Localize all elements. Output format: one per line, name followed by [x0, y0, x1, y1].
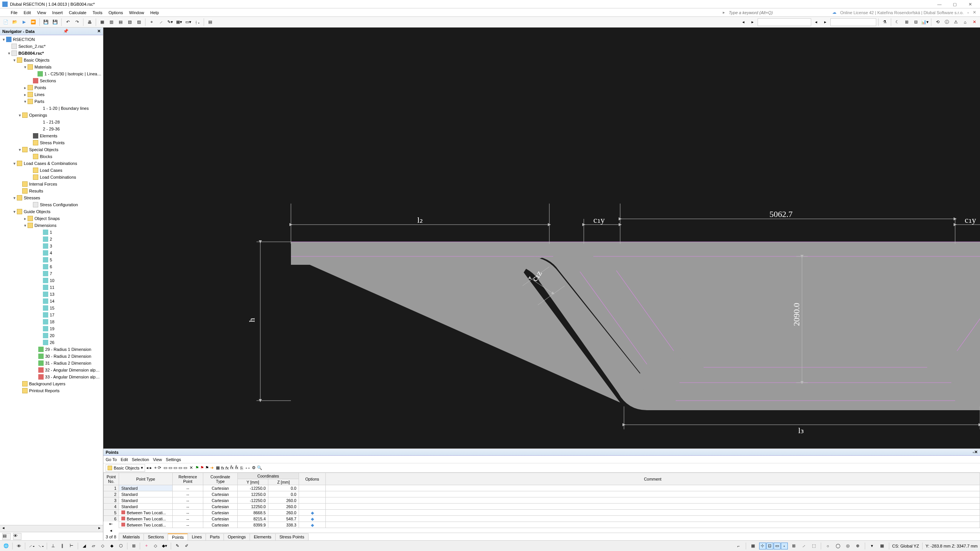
tree-dim-item[interactable]: 15 [50, 306, 54, 310]
sb-i4[interactable]: ⊕ [854, 542, 862, 550]
menu-tools[interactable]: Tools [90, 8, 106, 16]
sb-c2[interactable]: ▱ [90, 542, 97, 550]
menu-edit[interactable]: Edit [21, 8, 34, 16]
chart-icon[interactable]: 📊▾ [921, 18, 929, 26]
table-row[interactable]: 6Between Two Locati...--Cartesian8215.45… [104, 516, 980, 522]
sb-h2[interactable]: ⟋ [800, 542, 808, 550]
align1-icon[interactable]: ⊞ [902, 18, 911, 26]
col-opt[interactable]: Options [299, 473, 326, 485]
tree-snaps[interactable]: Object Snaps [34, 216, 60, 221]
panel-menu-sel[interactable]: Selection [132, 457, 149, 462]
nav-next2-icon[interactable]: ▸ [821, 18, 830, 26]
tree-root[interactable]: RSECTION [13, 37, 35, 42]
tree-bglayers[interactable]: Background Layers [29, 381, 65, 386]
grid-icon[interactable]: ▦▾ [175, 18, 183, 26]
sb-c1[interactable]: ◢ [80, 542, 88, 550]
tree-dim-item[interactable]: 14 [50, 299, 54, 303]
tree-file1[interactable]: Section_2.rsc* [18, 44, 46, 49]
panel-tab-openings[interactable]: Openings [224, 533, 250, 540]
sb-snap4[interactable]: ▫ [781, 543, 788, 549]
panel-next-icon[interactable]: ▸ [150, 465, 152, 470]
tree-dim-item[interactable]: 4 [50, 251, 52, 255]
sb-snap1[interactable]: ⊹ [759, 543, 766, 549]
tree-points[interactable]: Points [34, 85, 46, 90]
navtab-1[interactable]: ▤ [2, 533, 11, 540]
sb-e3[interactable]: ◆▾ [161, 542, 168, 550]
sb-snap3[interactable]: ▭ [774, 543, 781, 549]
tree-dim-item[interactable]: 3 [50, 244, 52, 248]
navigator-close-icon[interactable]: ✕ [97, 29, 101, 34]
col-z[interactable]: Z [mm] [268, 479, 299, 485]
menu-options[interactable]: Options [105, 8, 126, 16]
col-comment[interactable]: Comment [326, 473, 980, 485]
tree-stresspts[interactable]: Stress Points [40, 140, 65, 145]
sb-i1[interactable]: ○ [824, 542, 832, 550]
ptb-fx1-icon[interactable]: fx [221, 466, 224, 470]
navigator-pin-icon[interactable]: 📌 [63, 29, 69, 34]
nav-scroll-right[interactable]: ▸ [96, 525, 103, 532]
tree-dimensions[interactable]: Dimensions [34, 223, 56, 228]
sb-c5[interactable]: ⬡ [117, 542, 125, 550]
tree-basic[interactable]: Basic Objects [24, 58, 49, 62]
panel-tab-points[interactable]: Points [168, 533, 188, 540]
nav-input1[interactable] [758, 18, 811, 26]
tree-sections[interactable]: Sections [40, 78, 56, 83]
menu-calculate[interactable]: Calculate [66, 8, 90, 16]
tree-dim-item[interactable]: 13 [50, 292, 54, 297]
ptb-cursor-icon[interactable]: ⌖ [154, 465, 157, 470]
measure-icon[interactable]: ⟋ [157, 18, 165, 26]
sb-eye-icon[interactable]: 👁 [15, 542, 23, 550]
ptb-refresh-icon[interactable]: ⟳ [158, 465, 161, 470]
col-type[interactable]: Point Type [119, 473, 173, 485]
panel-menu-goto[interactable]: Go To [106, 457, 117, 462]
col-no[interactable]: Point No. [104, 473, 119, 485]
calc-icon[interactable]: ▤ [206, 18, 214, 26]
nav-scroll-left[interactable]: ◂ [0, 525, 7, 532]
warn-icon[interactable]: ⚠ [952, 18, 960, 26]
ptb-row4-icon[interactable]: ▭ [178, 465, 182, 470]
panel-tab-parts[interactable]: Parts [206, 533, 224, 540]
ptb-row1-icon[interactable]: ▭ [163, 465, 167, 470]
panel-menu-edit[interactable]: Edit [121, 457, 128, 462]
tree-mat1[interactable]: 1 - C25/30 | Isotropic | Linear Elastic [44, 72, 101, 76]
panel-close-icon[interactable]: ✕ [974, 450, 978, 455]
minimize-button[interactable]: — [932, 0, 947, 8]
tree-dim-item[interactable]: 2 [50, 237, 52, 241]
disk-icon[interactable]: 💾 [42, 18, 50, 26]
ptb-row5-icon[interactable]: ▭ [183, 465, 187, 470]
panel-menu-view[interactable]: View [153, 457, 162, 462]
tree-dim-named[interactable]: 30 - Radius 2 Dimension [45, 354, 91, 359]
tree-dim-item[interactable]: 6 [50, 264, 52, 269]
navtab-2[interactable]: 👁 [13, 533, 21, 540]
redo-icon[interactable]: ↷ [73, 18, 81, 26]
ptb-u2-icon[interactable]: ▫ [248, 466, 250, 470]
tree-elements[interactable]: Elements [40, 134, 57, 138]
tree-stresscfg[interactable]: Stress Configuration [40, 202, 78, 207]
tree-dim-item[interactable]: 26 [50, 340, 54, 345]
ptb-cfg-icon[interactable]: ⚙ [252, 465, 256, 470]
sb-f2[interactable]: ✐ [183, 542, 190, 550]
col-ctype[interactable]: Coordinate Type [203, 473, 238, 485]
panel-selector[interactable]: Basic Objects▾ [106, 464, 145, 472]
ptb-flag-icon[interactable]: ⚑ [205, 465, 209, 470]
tree-dim-item[interactable]: 11 [50, 285, 54, 290]
doc-close-button[interactable]: ✕ [973, 10, 976, 15]
sb-a1[interactable]: ⟋▾ [28, 542, 35, 550]
ptb-flag-r-icon[interactable]: ⚑ [200, 465, 204, 470]
nav-prev-icon[interactable]: ◂ [739, 18, 748, 26]
sb-e1[interactable]: ✦ [142, 542, 150, 550]
tree-dim-item[interactable]: 20 [50, 333, 54, 338]
tree-dim-named[interactable]: 29 - Radius 1 Dimension [45, 347, 91, 352]
tree-dim-item[interactable]: 10 [50, 278, 54, 283]
col-ref[interactable]: Reference Point [173, 473, 203, 485]
layer-icon[interactable]: ▭▾ [184, 18, 193, 26]
view1-icon[interactable]: ▦ [98, 18, 106, 26]
table-row[interactable]: 3Standard--Cartesian-12250.0260.0 [104, 497, 980, 504]
tree-dim-item[interactable]: 5 [50, 258, 52, 262]
sb-snap2[interactable]: ⊡ [766, 543, 773, 549]
sb-b2[interactable]: ∥ [59, 542, 66, 550]
tree-dim-named[interactable]: 31 - Radius 2 Dimension [45, 361, 91, 365]
tree-openings[interactable]: Openings [29, 113, 47, 117]
menu-window[interactable]: Window [126, 8, 147, 16]
ptb-fx2-icon[interactable]: fx [225, 466, 229, 470]
